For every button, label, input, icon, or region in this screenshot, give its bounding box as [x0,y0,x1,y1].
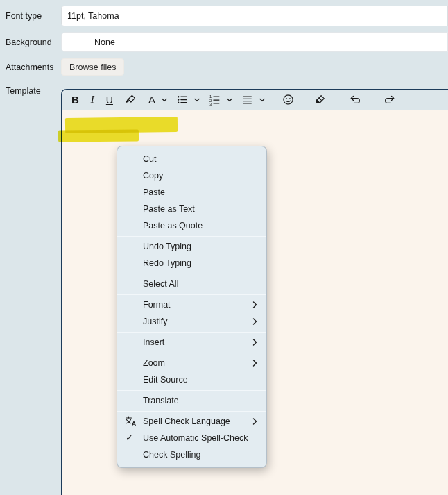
emoji-button[interactable] [279,91,298,109]
menu-separator [117,353,266,353]
svg-text:3: 3 [209,102,212,106]
undo-button[interactable] [345,91,365,109]
menu-item-insert[interactable]: Insert [117,334,266,351]
menu-item-label: Format [143,300,171,310]
bullet-list-button[interactable] [173,91,200,109]
browse-files-button[interactable]: Browse files [61,58,124,76]
redo-icon [383,94,397,105]
chevron-right-icon [252,417,258,426]
menu-item-use-automatic-spell-check[interactable]: ✓ Use Automatic Spell-Check [117,430,266,446]
menu-separator [117,274,266,274]
menu-item-label: Spell Check Language [143,417,230,426]
chevron-right-icon [252,301,258,309]
menu-item-label: Use Automatic Spell-Check [143,433,248,443]
eraser-icon [314,94,326,106]
align-icon [241,94,253,106]
format-painter-icon [125,94,137,106]
menu-item-paste[interactable]: Paste [117,184,266,201]
italic-icon: I [91,94,94,106]
menu-item-spell-check-language[interactable]: Spell Check Language [117,413,266,430]
menu-item-check-spelling[interactable]: Check Spelling [117,446,266,463]
chevron-down-icon [161,97,168,103]
menu-item-edit-source[interactable]: Edit Source [117,371,266,388]
menu-item-justify[interactable]: Justify [117,313,266,330]
emoji-icon [282,94,294,106]
chevron-right-icon [252,317,258,326]
menu-item-copy[interactable]: Copy [117,167,266,184]
menu-item-cut[interactable]: Cut [117,151,266,167]
background-select[interactable]: None [61,32,448,52]
underline-button[interactable]: U [103,91,117,109]
editor-context-menu: Cut Copy Paste Paste as Text Paste as Qu… [117,146,267,468]
menu-item-label: Zoom [143,358,165,368]
font-color-icon: A [148,94,155,106]
chevron-down-icon [226,97,233,103]
menu-item-label: Insert [143,337,164,347]
menu-item-label: Justify [143,317,167,326]
bold-icon: B [71,94,79,106]
chevron-right-icon [252,338,258,346]
chevron-down-icon [193,97,200,103]
menu-item-zoom[interactable]: Zoom [117,355,266,371]
numbered-list-icon: 1 2 3 [209,94,221,106]
template-label: Template [6,86,41,96]
underline-icon: U [106,94,113,106]
menu-item-select-all[interactable]: Select All [117,276,266,292]
menu-separator [117,332,266,333]
font-type-input[interactable]: 11pt, Tahoma [61,6,448,26]
numbered-list-button[interactable]: 1 2 3 [205,91,233,109]
menu-separator [117,236,266,237]
menu-item-paste-as-text[interactable]: Paste as Text [117,201,266,217]
attachments-label: Attachments [6,62,53,72]
bold-button[interactable]: B [68,91,83,109]
spellcheck-language-icon [125,416,137,427]
checkmark-icon: ✓ [126,430,133,446]
font-type-value: 11pt, Tahoma [67,11,119,21]
bullet-list-icon [176,94,188,106]
background-label: Background [6,37,52,47]
menu-item-undo-typing[interactable]: Undo Typing [117,238,266,255]
menu-item-paste-as-quote[interactable]: Paste as Quote [117,217,266,234]
settings-page: { "form": { "font_type": { "label": "Fon… [0,0,448,495]
eraser-button[interactable] [311,91,329,109]
menu-item-translate[interactable]: Translate [117,392,266,409]
chevron-down-icon [259,97,266,103]
format-painter-button[interactable] [121,91,140,109]
menu-separator [117,294,266,295]
menu-item-redo-typing[interactable]: Redo Typing [117,255,266,271]
undo-icon [348,94,362,105]
chevron-right-icon [252,359,258,367]
italic-button[interactable]: I [87,91,98,109]
menu-separator [117,411,266,412]
editor-toolbar: B I U A 1 2 [62,90,448,110]
redo-button[interactable] [379,91,400,109]
menu-item-format[interactable]: Format [117,296,266,313]
font-type-label: Font type [6,11,42,21]
background-value: None [94,37,115,47]
align-button[interactable] [238,91,266,109]
menu-separator [117,390,266,391]
font-color-button[interactable]: A [145,91,168,109]
